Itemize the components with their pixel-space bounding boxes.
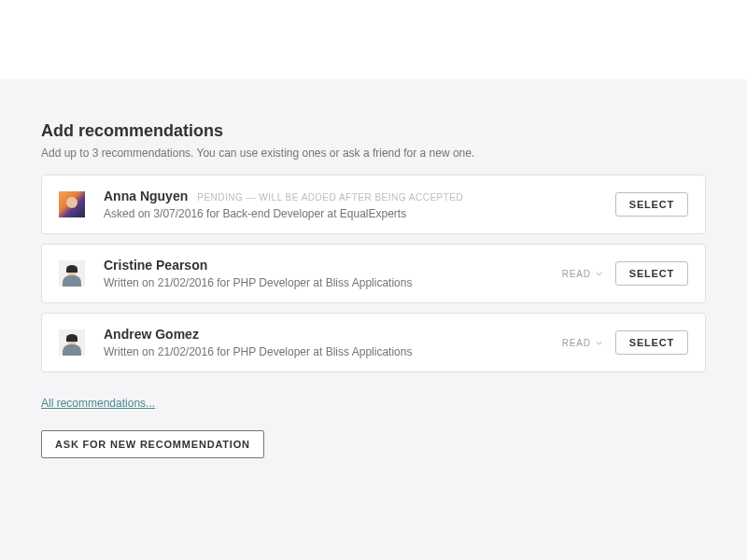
card-actions: READ SELECT [562,330,688,355]
section-subtitle: Add up to 3 recommendations. You can use… [41,147,706,160]
card-name-row: Anna Nguyen PENDING — WILL BE ADDED AFTE… [104,189,615,203]
read-toggle[interactable]: READ [562,338,602,348]
all-recommendations-link[interactable]: All recommendations... [41,397,155,410]
read-toggle[interactable]: READ [562,269,602,279]
recommendation-card: Andrew Gomez Written on 21/02/2016 for P… [41,313,706,372]
recommender-name: Cristine Pearson [104,258,207,273]
card-name-row: Andrew Gomez [104,327,562,342]
section-header: Add recommendations Add up to 3 recommen… [41,121,706,160]
avatar [59,329,85,356]
card-actions: READ SELECT [562,261,688,286]
recommender-name: Andrew Gomez [104,327,199,342]
recommendation-meta: Written on 21/02/2016 for PHP Developer … [104,276,562,289]
card-content: Anna Nguyen PENDING — WILL BE ADDED AFTE… [104,189,615,220]
select-button[interactable]: SELECT [615,192,688,217]
chevron-down-icon [596,271,602,277]
select-button[interactable]: SELECT [615,261,688,286]
card-actions: SELECT [615,192,688,217]
recommendation-meta: Asked on 3/07/2016 for Back-end Develope… [104,207,615,220]
chevron-down-icon [596,340,602,346]
recommendations-section: Add recommendations Add up to 3 recommen… [0,79,747,560]
ask-recommendation-button[interactable]: ASK FOR NEW RECOMMENDATION [41,430,264,458]
select-button[interactable]: SELECT [615,330,688,355]
pending-status: PENDING — WILL BE ADDED AFTER BEING ACCE… [197,192,463,203]
card-name-row: Cristine Pearson [104,258,562,273]
recommendation-meta: Written on 21/02/2016 for PHP Developer … [104,345,562,358]
recommender-name: Anna Nguyen [104,189,188,203]
section-title: Add recommendations [41,121,706,141]
avatar [59,260,85,287]
top-spacer [0,0,747,79]
read-label: READ [562,269,591,279]
read-label: READ [562,338,591,348]
avatar [59,191,85,217]
card-content: Andrew Gomez Written on 21/02/2016 for P… [104,327,562,358]
card-content: Cristine Pearson Written on 21/02/2016 f… [104,258,562,289]
recommendation-card: Cristine Pearson Written on 21/02/2016 f… [41,244,706,303]
recommendation-card: Anna Nguyen PENDING — WILL BE ADDED AFTE… [41,175,706,234]
